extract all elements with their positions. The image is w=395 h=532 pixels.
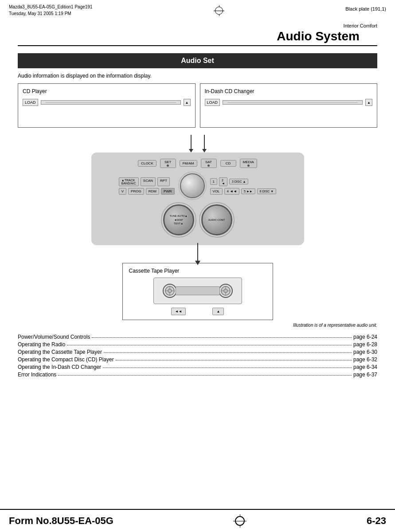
cassette-btn-left[interactable]: ◄◄ xyxy=(171,308,186,315)
in-dash-label: In-Dash CD Changer xyxy=(205,88,373,94)
footer-crosshair-icon xyxy=(233,514,246,528)
clock-button[interactable]: CLOCK xyxy=(138,160,156,167)
main-content: Audio Set Audio information is displayed… xyxy=(0,46,395,394)
toc-label-5: Error Indications xyxy=(18,372,56,378)
load-button[interactable]: LOAD xyxy=(23,99,38,106)
left-rotary-knob[interactable]: TUNE AUTO▲ ◄DISP TEXT▲ xyxy=(163,204,194,235)
cd-button[interactable]: CD xyxy=(220,160,236,167)
section-label: Interior Comfort xyxy=(0,19,395,28)
cd-slot xyxy=(41,100,181,105)
rdm-button[interactable]: RDM xyxy=(146,188,159,195)
svg-point-7 xyxy=(168,289,172,293)
toc-item-5: Error Indications page 6-37 xyxy=(18,372,377,378)
toc-page-3: page 6-32 xyxy=(353,356,377,363)
btn-2[interactable]: 2◄ xyxy=(219,177,227,186)
middle-controls: ▲TRACKBAND/A/C SCAN RPT V PROG RDM PWR xyxy=(100,172,295,200)
header-right: Black plate (191,1) xyxy=(345,4,386,12)
in-dash-slot xyxy=(223,100,363,105)
toc-page-1: page 6-28 xyxy=(353,341,377,348)
footer-form-number: Form No.8U55-EA-05G xyxy=(9,515,113,527)
connector-arrows-top xyxy=(176,135,220,153)
page-footer: Form No.8U55-EA-05G 6-23 xyxy=(0,509,395,532)
vol-label: VOL xyxy=(210,188,223,195)
cassette-container: Cassette Tape Player xyxy=(18,263,377,320)
left-rotary-container: TUNE AUTO▲ ◄DISP TEXT▲ xyxy=(163,204,194,235)
svg-marker-1 xyxy=(189,149,193,153)
header-line1: Mazda3_8U55-EA-05G_Edition1 Page191 xyxy=(9,4,92,10)
tape-reel-left xyxy=(163,284,177,298)
scan-button[interactable]: SCAN xyxy=(141,177,156,186)
right-rotary-knob[interactable]: AUDIO CONT xyxy=(201,204,232,235)
cassette-label: Cassette Tape Player xyxy=(129,268,266,274)
control-panel-container: CLOCK SET FM/AM SAT CD MEDIA ▲TRACKBAND/… xyxy=(18,153,377,245)
toc-page-4: page 6-34 xyxy=(353,364,377,370)
audio-info-text: Audio information is displayed on the in… xyxy=(18,73,377,79)
svg-point-13 xyxy=(224,289,227,293)
pwr-button[interactable]: PWR xyxy=(161,188,175,195)
toc-dots-3 xyxy=(116,360,352,360)
cassette-eject-btn[interactable]: ▲ xyxy=(212,308,224,315)
toc-page-0: page 6-24 xyxy=(353,334,377,340)
cd-player-visual: LOAD ▲ xyxy=(23,99,191,106)
center-knob[interactable] xyxy=(180,173,205,198)
svg-marker-5 xyxy=(195,261,200,265)
header-center xyxy=(214,5,224,16)
svg-marker-3 xyxy=(202,149,207,153)
footer-page-number: 6-23 xyxy=(367,515,386,527)
toc-label-3: Operating the Compact Disc (CD) Player xyxy=(18,356,114,363)
toc-label-0: Power/Volume/Sound Controls xyxy=(18,334,90,340)
reel-right-svg xyxy=(219,285,232,297)
crosshair-icon xyxy=(214,5,224,16)
toc-item-0: Power/Volume/Sound Controls page 6-24 xyxy=(18,334,377,340)
rotary-knobs-area: TUNE AUTO▲ ◄DISP TEXT▲ AUDIO CONT xyxy=(100,204,295,235)
in-dash-load-button[interactable]: LOAD xyxy=(205,99,220,106)
tape-reel-right xyxy=(219,284,233,298)
toc-list: Power/Volume/Sound Controls page 6-24 Op… xyxy=(18,334,377,378)
toc-dots-5 xyxy=(58,375,352,376)
center-knob-area xyxy=(178,172,207,200)
btn-6-disc-down[interactable]: 6 DISC ▼ xyxy=(257,188,276,194)
sat-button[interactable]: SAT xyxy=(201,159,217,168)
toc-label-2: Operating the Cassette Tape Player xyxy=(18,349,102,355)
btn-3-disc-up[interactable]: 3 DISC ▲ xyxy=(229,179,248,184)
fm-am-button[interactable]: FM/AM xyxy=(180,160,197,167)
toc-dots-1 xyxy=(67,345,352,345)
connector-bottom xyxy=(18,245,377,263)
left-buttons: ▲TRACKBAND/A/C SCAN RPT V PROG RDM PWR xyxy=(119,177,175,195)
toc-item-2: Operating the Cassette Tape Player page … xyxy=(18,349,377,355)
media-button[interactable]: MEDIA xyxy=(240,159,257,168)
audio-set-heading: Audio Set xyxy=(18,53,377,68)
right-buttons: 1 2◄ 3 DISC ▲ VOL 4 ◄◄ 5 ►► 6 DISC ▼ xyxy=(210,177,277,195)
prog-button[interactable]: PROG xyxy=(128,188,144,195)
connector-arrow-bottom xyxy=(184,243,211,265)
header-line2: Tuesday, May 31 2005 1:19 PM xyxy=(9,10,92,17)
cd-player-panel: CD Player LOAD ▲ xyxy=(18,83,196,128)
btn-5-next[interactable]: 5 ►► xyxy=(241,188,255,194)
cassette-buttons: ◄◄ ▲ xyxy=(171,308,224,315)
in-dash-eject-button[interactable]: ▲ xyxy=(365,99,372,106)
v-button[interactable]: V xyxy=(119,188,126,195)
page-title: Audio System xyxy=(18,28,377,46)
btn-1[interactable]: 1 xyxy=(210,178,217,185)
illustration-note: Illustration is of a representative audi… xyxy=(18,323,377,328)
header-left: Mazda3_8U55-EA-05G_Edition1 Page191 Tues… xyxy=(9,4,92,17)
cassette-visual: ◄◄ ▲ xyxy=(129,278,266,315)
toc-item-4: Operating the In-Dash CD Changer page 6-… xyxy=(18,364,377,370)
cassette-box: Cassette Tape Player xyxy=(122,263,273,320)
toc-item-3: Operating the Compact Disc (CD) Player p… xyxy=(18,356,377,363)
toc-label-4: Operating the In-Dash CD Changer xyxy=(18,364,101,370)
rpt-button[interactable]: RPT xyxy=(157,177,170,186)
toc-item-1: Operating the Radio page 6-28 xyxy=(18,341,377,348)
connector-top xyxy=(18,135,377,153)
in-dash-visual: LOAD ▲ xyxy=(205,99,373,106)
in-dash-panel: In-Dash CD Changer LOAD ▲ xyxy=(200,83,378,128)
toc-page-2: page 6-30 xyxy=(353,349,377,355)
tape-window xyxy=(176,286,220,295)
set-button[interactable]: SET xyxy=(160,159,176,168)
control-panel: CLOCK SET FM/AM SAT CD MEDIA ▲TRACKBAND/… xyxy=(91,153,304,245)
eject-button[interactable]: ▲ xyxy=(184,99,191,106)
reel-left-svg xyxy=(164,285,176,297)
toc-page-5: page 6-37 xyxy=(353,372,377,378)
btn-4-prev[interactable]: 4 ◄◄ xyxy=(224,188,240,195)
track-band-button[interactable]: ▲TRACKBAND/A/C xyxy=(119,177,139,186)
